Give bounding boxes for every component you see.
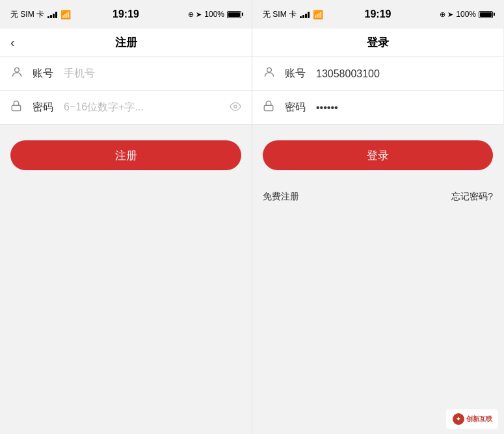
eye-toggle-register[interactable] — [230, 101, 241, 115]
svg-point-3 — [267, 68, 272, 72]
signal-icon-login — [300, 10, 310, 18]
account-icon-login — [263, 66, 277, 82]
carrier-info-login: 无 SIM 卡 📶 — [263, 9, 323, 20]
status-bar-register: 无 SIM 卡 📶 19:19 ⊕ ➤ 100% — [0, 0, 252, 29]
login-form: 账号 13058003100 密码 •••••• — [252, 57, 503, 125]
svg-rect-4 — [264, 105, 273, 110]
battery-area-register: ⊕ ➤ 100% — [188, 10, 241, 19]
battery-text-login: 100% — [456, 10, 476, 19]
wifi-icon-login: 📶 — [313, 10, 323, 19]
nav-title-login: 登录 — [367, 35, 389, 50]
login-screen: 无 SIM 卡 📶 19:19 ⊕ ➤ 100% 登录 — [252, 0, 503, 434]
account-row: 账号 手机号 — [0, 57, 252, 91]
password-icon — [10, 100, 25, 115]
wifi-icon: 📶 — [60, 10, 71, 19]
account-value-login[interactable]: 13058003100 — [316, 68, 493, 80]
register-form: 账号 手机号 密码 6~16位数字+字... — [0, 57, 252, 125]
signal-icon — [47, 10, 57, 18]
forgot-password-link[interactable]: 忘记密码? — [451, 191, 493, 203]
status-time-register: 19:19 — [113, 8, 139, 20]
password-row-login: 密码 •••••• — [252, 91, 503, 125]
login-button[interactable]: 登录 — [263, 140, 493, 170]
carrier-info: 无 SIM 卡 📶 — [10, 9, 71, 20]
links-row: 免费注册 忘记密码? — [252, 181, 503, 203]
nav-title-register: 注册 — [115, 35, 137, 50]
register-screen: 无 SIM 卡 📶 19:19 ⊕ ➤ 100% ‹ 注册 — [0, 0, 252, 434]
carrier-text-login: 无 SIM 卡 — [263, 9, 297, 20]
account-label-register: 账号 — [33, 67, 56, 81]
account-row-login: 账号 13058003100 — [252, 57, 503, 91]
free-register-link[interactable]: 免费注册 — [263, 191, 299, 203]
password-input-register[interactable]: 6~16位数字+字... — [64, 101, 222, 114]
battery-icon-register — [227, 11, 241, 18]
back-button[interactable]: ‹ — [10, 35, 15, 50]
account-label-login: 账号 — [285, 67, 308, 81]
gps-icon-login: ⊕ ➤ — [440, 10, 453, 19]
battery-text-register: 100% — [204, 10, 224, 19]
password-row: 密码 6~16位数字+字... — [0, 91, 252, 125]
account-icon — [10, 66, 25, 82]
nav-bar-login: 登录 — [252, 29, 503, 57]
register-button-area: 注册 — [0, 125, 252, 181]
password-label-login: 密码 — [285, 101, 308, 114]
watermark-text: 创新互联 — [466, 415, 492, 424]
gps-icon: ⊕ ➤ — [188, 10, 202, 19]
battery-area-login: ⊕ ➤ 100% — [440, 10, 493, 19]
carrier-text: 无 SIM 卡 — [10, 9, 44, 20]
account-input-register[interactable]: 手机号 — [64, 67, 241, 81]
status-time-login: 19:19 — [365, 8, 391, 20]
login-button-area: 登录 — [252, 125, 503, 181]
svg-rect-1 — [12, 105, 21, 110]
watermark: ✦ 创新互联 — [446, 409, 498, 429]
svg-point-2 — [234, 105, 237, 108]
password-icon-login — [263, 100, 277, 115]
watermark-logo: ✦ — [453, 413, 464, 425]
password-value-login[interactable]: •••••• — [316, 102, 493, 114]
svg-point-0 — [15, 68, 20, 72]
status-bar-login: 无 SIM 卡 📶 19:19 ⊕ ➤ 100% — [252, 0, 503, 29]
battery-icon-login — [479, 11, 493, 18]
nav-bar-register: ‹ 注册 — [0, 29, 252, 57]
password-label-register: 密码 — [33, 101, 56, 114]
register-button[interactable]: 注册 — [10, 140, 241, 170]
